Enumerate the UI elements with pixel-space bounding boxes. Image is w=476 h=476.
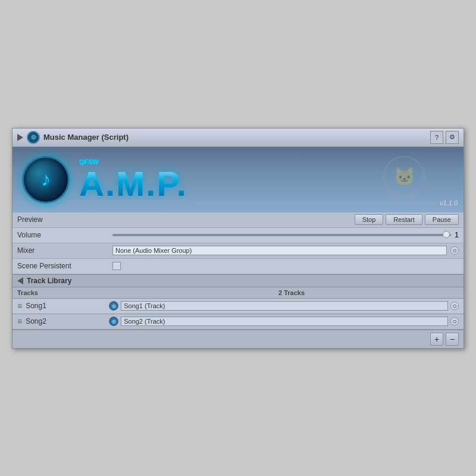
mixer-select[interactable]: None (Audio Mixer Group) [112,246,447,255]
stop-button[interactable]: Stop [355,214,384,225]
mixer-select-text: None (Audio Mixer Group) [115,247,192,254]
audio-symbol: ◎ [112,303,116,309]
remove-track-button[interactable]: − [446,333,459,346]
track-library-header: Track Library [12,274,464,287]
watermark: 🐱 [380,153,428,201]
track-picker-icon: ○ [452,302,456,310]
scene-persistent-value [112,262,459,270]
mixer-picker-icon: ○ [452,246,456,255]
music-manager-window: ⚙ Music Manager (Script) ? ⚙ ♪ QFSW A.M.… [12,128,464,349]
volume-row: Volume 1 [12,228,464,243]
tracks-table: Tracks 2 Tracks ≡ Song1 ◎ Song1 (Track) … [12,287,464,348]
scene-persistent-row: Scene Persistent [12,259,464,274]
tracks-header-row: Tracks 2 Tracks [12,287,464,299]
track-name: Song2 [26,317,109,325]
track-picker-button[interactable]: ○ [450,317,459,325]
title-bar-left: ⚙ Music Manager (Script) [17,131,129,144]
volume-label: Volume [17,231,112,239]
window-title: Music Manager (Script) [43,133,129,142]
mixer-row: Mixer None (Audio Mixer Group) ○ [12,243,464,259]
drag-handle-icon[interactable]: ≡ [17,301,22,311]
volume-slider[interactable] [112,234,451,236]
track-asset-label: Song1 (Track) [124,302,165,309]
scene-persistent-checkbox[interactable] [112,262,121,270]
mixer-value: None (Audio Mixer Group) ○ [112,246,459,255]
properties-panel: Preview Stop Restart Pause Volume 1 Mixe… [12,212,464,274]
gear-symbol: ⚙ [31,134,36,140]
speaker-icon: ♪ [22,156,70,203]
table-row: ≡ Song1 ◎ Song1 (Track) ○ [12,299,464,314]
preview-buttons: Stop Restart Pause [112,214,459,225]
tracks-col-count: 2 Tracks [124,289,459,296]
track-library-label: Track Library [27,277,71,285]
track-asset-name: Song1 (Track) [121,301,448,311]
version-label: v1.1.0 [440,199,458,206]
scene-persistent-label: Scene Persistent [17,262,112,270]
tracks-col-name: Tracks [17,289,124,296]
amp-logo: A.M.P. [79,167,187,201]
help-button[interactable]: ? [430,131,443,144]
collapse-icon[interactable] [17,134,23,141]
settings-button[interactable]: ⚙ [446,131,459,144]
component-icon: ⚙ [27,131,40,144]
track-asset-name: Song2 (Track) [121,317,448,326]
pause-button[interactable]: Pause [425,214,459,225]
track-picker-button[interactable]: ○ [450,302,459,310]
track-asset-label: Song2 (Track) [124,318,165,325]
restart-button[interactable]: Restart [386,214,422,225]
track-name: Song1 [26,302,109,310]
track-asset: ◎ Song1 (Track) ○ [109,301,459,311]
cat-watermark-icon: 🐱 [383,156,425,198]
table-row: ≡ Song2 ◎ Song2 (Track) ○ [12,314,464,330]
title-bar: ⚙ Music Manager (Script) ? ⚙ [12,129,464,147]
drag-handle-icon[interactable]: ≡ [17,317,22,326]
track-asset: ◎ Song2 (Track) ○ [109,317,459,326]
volume-value: 1 [112,231,459,239]
section-collapse-icon[interactable] [17,277,23,284]
title-bar-controls: ? ⚙ [430,131,459,144]
mixer-picker-button[interactable]: ○ [450,246,459,255]
volume-thumb[interactable] [443,231,450,238]
mixer-label: Mixer [17,246,112,255]
tracks-footer: + − [12,330,464,348]
music-note-icon: ♪ [41,168,51,190]
preview-label: Preview [17,215,112,224]
amp-header: ♪ QFSW A.M.P. 🐱 v1.1.0 [12,147,464,212]
preview-row: Preview Stop Restart Pause [12,212,464,228]
audio-clip-icon: ◎ [109,317,118,326]
track-picker-icon: ○ [452,317,456,325]
volume-value-text: 1 [455,231,459,239]
add-track-button[interactable]: + [430,333,443,346]
audio-symbol: ◎ [112,319,116,324]
audio-clip-icon: ◎ [109,301,118,311]
volume-slider-container: 1 [112,231,459,239]
